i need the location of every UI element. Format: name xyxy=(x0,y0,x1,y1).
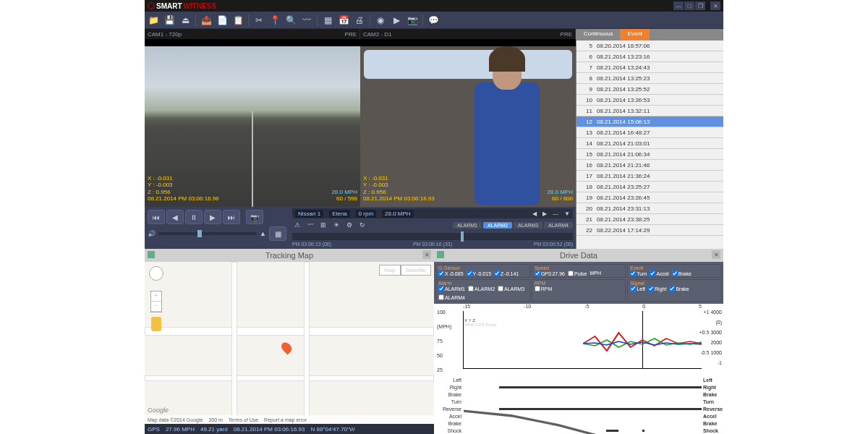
pin-icon[interactable]: 📍 xyxy=(269,14,281,26)
volume-icon[interactable]: 🔊 xyxy=(148,230,156,237)
event-row[interactable]: 908.21.2014 13:25:52 xyxy=(576,84,723,95)
speed-gps-check[interactable]: GPS 27.96 xyxy=(535,271,565,276)
event-row[interactable]: 1808.21.2014 23:25:27 xyxy=(576,182,723,192)
cam1-label: CAM1 - 720p xyxy=(148,31,182,38)
disc-icon[interactable]: ◉ xyxy=(375,14,386,26)
cam1-feed[interactable]: X : -0.031Y : -0.003Z : 0.95608.21.2014 … xyxy=(145,39,360,207)
gear-icon[interactable]: ⚙ xyxy=(344,220,354,230)
copy-icon[interactable]: 📋 xyxy=(232,14,244,26)
event-brake-check[interactable]: Brake xyxy=(672,271,692,276)
wave-icon[interactable]: 〰 xyxy=(305,220,315,230)
event-row[interactable]: 1608.21.2014 21:21:46 xyxy=(576,160,723,171)
event-row[interactable]: 2208.22.2014 17:14:29 xyxy=(576,225,723,236)
play-circle-icon[interactable]: ▶ xyxy=(391,14,402,26)
event-row[interactable]: 608.21.2014 13:23:16 xyxy=(576,51,723,62)
export-icon[interactable]: 📤 xyxy=(200,14,212,26)
map-type-satellite-button[interactable]: Satellite xyxy=(401,265,431,276)
alarm4-button[interactable]: ALARM4 xyxy=(544,222,573,229)
drive-close-button[interactable]: ✕ xyxy=(712,250,720,259)
pulse-icon[interactable]: 〰 xyxy=(301,14,312,26)
signal-brake-check[interactable]: Brake xyxy=(669,286,689,292)
map-body[interactable]: Map Satellite + − Google Map data ©2014 … xyxy=(145,262,434,424)
speed-up-icon[interactable]: ▲ xyxy=(260,230,266,237)
event-row[interactable]: 708.21.2014 13:24:43 xyxy=(576,62,723,73)
event-row[interactable]: 1008.21.2014 13:26:53 xyxy=(576,95,723,106)
zoom-icon[interactable]: 🔍 xyxy=(285,14,297,26)
event-row[interactable]: 508.20.2014 18:57:06 xyxy=(576,41,723,51)
pause-button[interactable]: ⏸ xyxy=(185,210,203,224)
sd-card-icon[interactable]: 💾 xyxy=(163,14,175,26)
signal-right-check[interactable]: Right xyxy=(648,286,666,292)
event-row[interactable]: 2008.21.2014 23:31:13 xyxy=(576,203,723,214)
alarm4-check[interactable]: ALARM4 xyxy=(438,294,465,300)
tab-event[interactable]: Event xyxy=(620,29,649,41)
maximize-button[interactable]: □ xyxy=(684,1,694,10)
event-row[interactable]: 808.21.2014 13:25:23 xyxy=(576,73,723,84)
alarm1-check[interactable]: ALARM1 xyxy=(438,286,465,292)
print-icon[interactable]: 🖨 xyxy=(354,14,365,26)
speed-pulse-check[interactable]: Pulse xyxy=(568,271,587,276)
grid-icon[interactable]: ▦ xyxy=(322,14,333,26)
gsensor-z-check[interactable]: Z -0.141 xyxy=(494,271,519,276)
zoom-out-button[interactable]: − xyxy=(151,302,161,312)
map-close-button[interactable]: ✕ xyxy=(422,250,431,259)
step-back-button[interactable]: ◀ xyxy=(166,210,184,224)
map-type-map-button[interactable]: Map xyxy=(379,265,401,276)
alarm2-button[interactable]: ALARM2 xyxy=(483,222,512,229)
event-row[interactable]: 1708.21.2014 21:36:24 xyxy=(576,171,723,182)
refresh-icon[interactable]: ↻ xyxy=(357,220,367,230)
alarm3-button[interactable]: ALARM3 xyxy=(514,222,542,229)
nav-right-icon[interactable]: ▶ xyxy=(542,210,547,217)
alarm2-check[interactable]: ALARM2 xyxy=(468,286,495,292)
cam2-feed[interactable]: X : -0.031Y : -0.003Z : 0.95608.21.2014 … xyxy=(360,39,576,207)
snapshot-button[interactable]: 📷 xyxy=(246,210,263,224)
signal-left-check[interactable]: Left xyxy=(630,286,645,292)
document-icon[interactable]: 📄 xyxy=(216,14,228,26)
rpm-check[interactable]: RPM xyxy=(535,286,553,292)
drive-chart[interactable]: -15-10-505 100(MPH)755025 +1 4000(0)+0.5… xyxy=(434,304,723,434)
terms-link[interactable]: Terms of Use xyxy=(229,417,258,422)
event-row[interactable]: 1508.21.2014 21:06:34 xyxy=(576,149,723,160)
skip-fwd-button[interactable]: ⏭ xyxy=(223,210,240,224)
camera-icon[interactable]: 📷 xyxy=(407,14,418,26)
timeline-scrubber[interactable] xyxy=(292,233,573,240)
step-fwd-button[interactable]: ▶ xyxy=(204,210,221,224)
event-list[interactable]: 508.20.2014 18:57:06608.21.2014 13:23:16… xyxy=(576,41,723,249)
alarm3-check[interactable]: ALARM3 xyxy=(498,286,524,292)
brightness-icon[interactable]: ☀ xyxy=(331,220,341,230)
restore-button[interactable]: ❐ xyxy=(695,1,705,10)
event-row[interactable]: 1408.21.2014 21:03:01 xyxy=(576,138,723,149)
alarm1-button[interactable]: ALARM1 xyxy=(453,222,482,229)
nav-left-icon[interactable]: ◀ xyxy=(532,210,537,217)
report-error-link[interactable]: Report a map error xyxy=(264,417,307,422)
open-folder-icon[interactable]: 📁 xyxy=(148,14,159,26)
layout-button[interactable]: ▦ xyxy=(269,226,286,241)
rewind-icon[interactable]: — xyxy=(553,210,558,217)
warning-icon[interactable]: ⚠ xyxy=(292,220,302,230)
map-pan-control[interactable] xyxy=(149,266,163,281)
event-accel-check[interactable]: Accel xyxy=(650,271,668,276)
app-logo: SMARTWITNESS xyxy=(148,2,216,10)
tab-continuous[interactable]: Continuous xyxy=(576,29,620,41)
eject-icon[interactable]: ⏏ xyxy=(179,14,191,26)
volume-slider[interactable] xyxy=(158,232,257,235)
event-row[interactable]: 1108.21.2014 13:32:11 xyxy=(576,106,723,116)
cut-icon[interactable]: ✂ xyxy=(253,14,265,26)
close-button[interactable]: ✕ xyxy=(710,1,720,10)
pegman-icon[interactable] xyxy=(151,317,161,331)
target-icon[interactable]: ⊞ xyxy=(318,220,328,230)
skip-back-button[interactable]: ⏮ xyxy=(148,210,165,224)
minimize-button[interactable]: — xyxy=(673,1,684,10)
gsensor-y-check[interactable]: Y -0.015 xyxy=(467,271,492,276)
comment-icon[interactable]: 💬 xyxy=(427,14,439,26)
event-row[interactable]: 2108.21.2014 23:38:25 xyxy=(576,214,723,225)
event-row[interactable]: 1308.21.2014 16:48:27 xyxy=(576,127,723,138)
map-zoom-control[interactable]: + − xyxy=(150,291,162,312)
zoom-in-button[interactable]: + xyxy=(151,292,161,302)
gsensor-x-check[interactable]: X -0.085 xyxy=(438,271,464,276)
event-row[interactable]: 1908.21.2014 23:26:45 xyxy=(576,192,723,203)
event-turn-check[interactable]: Turn xyxy=(630,271,647,276)
event-row[interactable]: 1208.21.2014 15:06:13 xyxy=(576,116,723,127)
calendar-icon[interactable]: 📅 xyxy=(338,14,349,26)
ffwd-icon[interactable]: ▼ xyxy=(564,210,570,217)
